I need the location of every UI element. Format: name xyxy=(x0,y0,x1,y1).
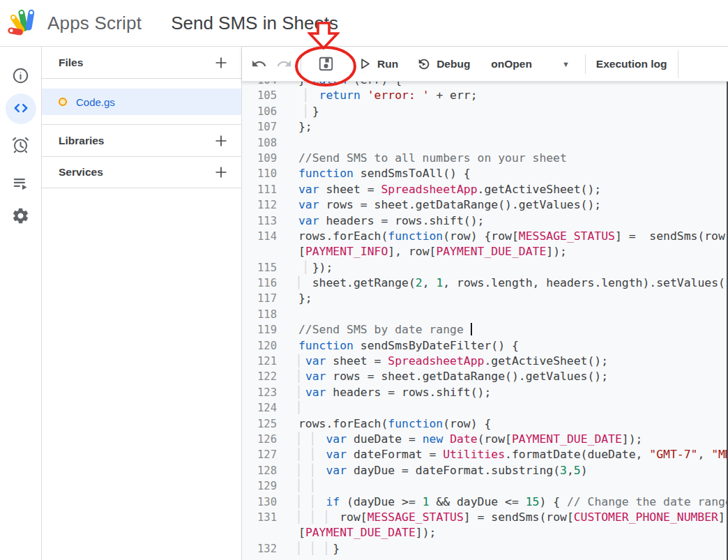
code-line[interactable]: 115 ▏}); xyxy=(242,260,728,275)
code-line[interactable]: 126▏ ▏ var dueDate = new Date(row[PAYMEN… xyxy=(242,432,728,447)
code-line[interactable]: 110function sendSmsToAll() { xyxy=(242,166,728,181)
sidebar-item-executions[interactable] xyxy=(6,169,36,199)
code-line[interactable]: 123▏var headers = rows.shift(); xyxy=(242,385,728,400)
debug-button[interactable]: Debug xyxy=(416,56,470,72)
line-number[interactable]: 111 xyxy=(242,182,277,197)
code-line[interactable]: 124▏ xyxy=(242,400,728,416)
sidebar-item-triggers[interactable] xyxy=(6,130,36,161)
toolbar-divider xyxy=(301,54,301,74)
line-number[interactable]: 106 xyxy=(242,104,277,119)
line-number[interactable]: 117 xyxy=(242,291,277,306)
code-line[interactable]: 109//Send SMS to all numbers on your she… xyxy=(242,151,728,166)
code-line[interactable]: 108 xyxy=(242,135,728,151)
line-number[interactable]: 121 xyxy=(242,354,277,369)
project-title[interactable]: Send SMS in Sheets xyxy=(171,13,338,34)
line-number[interactable]: 109 xyxy=(242,151,277,166)
add-service-button[interactable] xyxy=(211,162,232,183)
code-token: ) { xyxy=(539,495,566,508)
line-number[interactable]: 114 xyxy=(242,229,277,244)
undo-button[interactable] xyxy=(249,52,268,77)
code-line[interactable]: 129▏ ▏ xyxy=(242,478,728,494)
code-line[interactable]: 127▏ ▏ var dateFormat = Utilities.format… xyxy=(242,447,728,462)
code-editor[interactable]: 104} catch (err) {105 ▏ return 'error: '… xyxy=(242,82,728,560)
line-number[interactable]: 125 xyxy=(242,416,277,432)
redo-button[interactable] xyxy=(274,52,294,77)
code-token: MESSAGE_STATUS xyxy=(519,229,615,243)
code-line-text: //Send SMS to all numbers on your sheet xyxy=(298,151,567,165)
code-line[interactable]: 131▏ ▏ ▏ row[MESSAGE_STATUS] = sendSms(r… xyxy=(242,510,728,525)
code-line[interactable]: 116▏ sheet.getRange(2, 1, rows.length, h… xyxy=(242,275,728,291)
sidebar-item-settings[interactable] xyxy=(6,202,36,232)
save-button[interactable] xyxy=(313,52,338,77)
code-token: PAYMENT_DUE_DATE xyxy=(305,526,416,539)
line-number[interactable]: 115 xyxy=(242,260,277,275)
line-number[interactable]: 124 xyxy=(242,400,277,416)
line-number[interactable]: 123 xyxy=(242,385,277,400)
line-number[interactable]: 112 xyxy=(242,197,277,213)
code-token: dueDate = xyxy=(347,432,423,446)
line-number[interactable]: 130 xyxy=(242,494,277,510)
code-line[interactable]: 114rows.forEach(function(row) {row[MESSA… xyxy=(242,229,728,244)
code-line[interactable]: 113var headers = rows.shift(); xyxy=(242,213,728,229)
line-number[interactable]: 118 xyxy=(242,307,277,322)
code-line[interactable]: 130▏ ▏ if (dayDue >= 1 && dayDue <= 15) … xyxy=(242,494,728,510)
code-line[interactable]: 125rows.forEach(function(row) { xyxy=(242,416,728,432)
line-number[interactable]: 131 xyxy=(242,510,277,525)
line-number[interactable]: 110 xyxy=(242,166,277,181)
code-line-text: } catch (err) { xyxy=(298,82,402,86)
code-line[interactable]: 107}; xyxy=(242,119,728,135)
run-button[interactable]: Run xyxy=(358,56,398,71)
code-line[interactable]: 106 ▏} xyxy=(242,104,728,119)
code-line[interactable]: 128▏ ▏ var dayDue = dateFormat.substring… xyxy=(242,463,728,478)
line-number[interactable]: 120 xyxy=(242,338,277,354)
line-number[interactable]: 108 xyxy=(242,135,277,151)
services-label: Services xyxy=(59,166,103,179)
add-file-button[interactable] xyxy=(211,52,232,73)
code-line[interactable]: [PAYMENT_INFO], row[PAYMENT_DUE_DATE]); xyxy=(242,244,728,259)
line-number[interactable]: 105 xyxy=(242,88,277,103)
code-token: 2 xyxy=(416,276,423,289)
line-number[interactable]: 128 xyxy=(242,463,277,478)
sidebar-item-editor[interactable] xyxy=(6,93,36,124)
execution-log-button[interactable]: Execution log xyxy=(596,58,667,70)
code-line[interactable]: 120function sendSmsByDateFilter() { xyxy=(242,338,728,354)
code-token: && dayDue <= xyxy=(430,495,526,508)
code-line[interactable]: 117}; xyxy=(242,291,728,306)
toolbar-divider xyxy=(678,50,678,78)
code-token: return xyxy=(319,89,361,102)
apps-script-ide: Apps Script Send SMS in Sheets xyxy=(0,0,728,560)
line-number[interactable]: 104 xyxy=(242,82,277,88)
code-line[interactable]: 122▏var rows = sheet.getDataRange().getV… xyxy=(242,369,728,384)
line-number[interactable]: 122 xyxy=(242,369,277,384)
code-line[interactable]: 105 ▏ return 'error: ' + err; xyxy=(242,88,728,103)
add-library-button[interactable] xyxy=(211,130,232,151)
code-line[interactable]: [PAYMENT_DUE_DATE]); xyxy=(242,525,728,540)
function-selector[interactable]: onOpen ▼ xyxy=(491,58,569,70)
line-number[interactable]: 132 xyxy=(242,541,277,557)
file-item-code-gs[interactable]: Code.gs xyxy=(42,89,241,115)
line-number[interactable]: 119 xyxy=(242,322,277,338)
line-number[interactable]: 107 xyxy=(242,119,277,135)
app-name: Apps Script xyxy=(47,13,142,34)
code-line[interactable]: 119//Send SMS by date range xyxy=(242,322,728,338)
code-line[interactable]: 104} catch (err) { xyxy=(242,82,728,88)
code-line[interactable]: 118 xyxy=(242,307,728,322)
code-line[interactable]: 132▏ ▏ ▏} xyxy=(242,541,728,557)
line-number[interactable]: 116 xyxy=(242,275,277,291)
code-token: ]); xyxy=(546,245,567,258)
code-token: catch xyxy=(312,82,347,86)
code-token: (row[ xyxy=(478,432,512,446)
redo-icon xyxy=(276,56,292,72)
code-token: }; xyxy=(298,292,312,305)
code-line[interactable]: 121▏var sheet = SpreadsheetApp.getActive… xyxy=(242,354,728,369)
files-panel: Files Code.gs Libraries Services xyxy=(42,47,242,560)
code-line[interactable]: 112var rows = sheet.getDataRange().getVa… xyxy=(242,197,728,213)
line-number[interactable]: 126 xyxy=(242,432,277,447)
line-number[interactable]: 129 xyxy=(242,478,277,494)
line-number[interactable]: 127 xyxy=(242,447,277,462)
code-token: var xyxy=(305,370,326,383)
sidebar-item-overview[interactable] xyxy=(6,61,36,92)
code-token: //Send SMS by date range xyxy=(298,323,471,336)
line-number[interactable]: 113 xyxy=(242,213,277,229)
code-line[interactable]: 111var sheet = SpreadsheetApp.getActiveS… xyxy=(242,182,728,197)
